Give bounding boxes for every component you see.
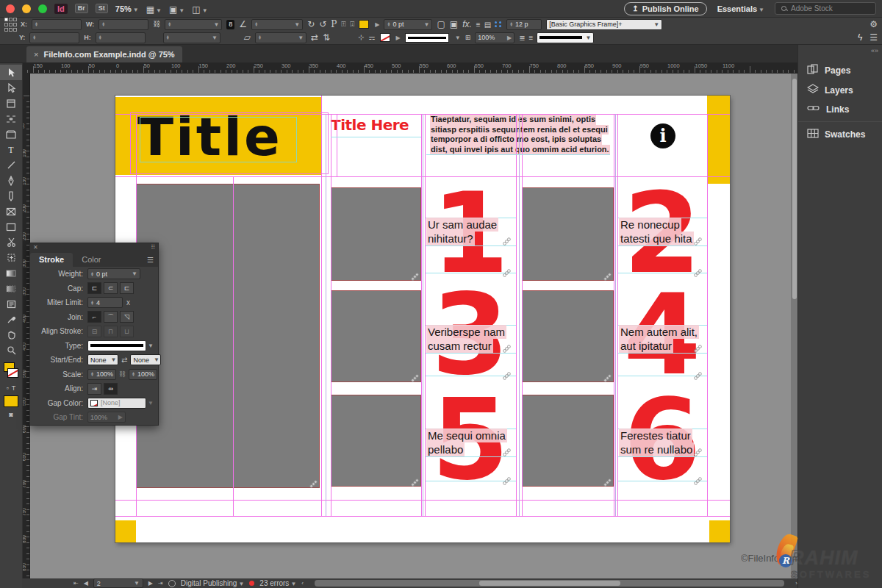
align-arrowhead-beyond-button[interactable]: ⇥	[87, 383, 101, 395]
rotate-ccw-button[interactable]: ↺	[319, 20, 326, 29]
dock-item-layers[interactable]: Layers	[798, 80, 882, 100]
align-left-icon[interactable]: ≡	[476, 21, 480, 29]
free-transform-tool[interactable]	[0, 250, 22, 265]
constrain-dimensions-icon[interactable]: ⛓	[153, 21, 160, 28]
miter-join-button[interactable]: ⌐	[87, 311, 101, 323]
fit-frame-icon[interactable]: ⍗	[350, 21, 354, 28]
numbered-feature-cell[interactable]: 2Re nonecuptatesti que hita	[617, 185, 707, 283]
dock-item-pages[interactable]: Pages	[798, 60, 882, 80]
dock-item-swatches[interactable]: Swatches	[798, 125, 882, 144]
rotate-cw-button[interactable]: ↻	[307, 20, 315, 29]
image-placeholder-frame[interactable]	[522, 290, 614, 382]
previous-page-button[interactable]: ◀	[84, 580, 88, 587]
tab-stroke[interactable]: Stroke	[30, 253, 73, 267]
flip-horizontal-button[interactable]: ⇄	[311, 33, 318, 42]
arrange-documents-dropdown[interactable]: ◫▼	[192, 2, 207, 15]
preflight-errors-dropdown[interactable]: 23 errors▼	[259, 579, 296, 587]
caption-text-frame[interactable]: Re nonecuptatesti que hita	[619, 218, 694, 245]
end-arrowhead-dropdown[interactable]: None▼	[130, 354, 161, 365]
screen-mode-dropdown[interactable]: ▣▼	[169, 2, 184, 15]
caption-text-frame[interactable]: Ur sam audaenihitatur?	[426, 218, 498, 245]
link-badge-icon[interactable]	[694, 267, 702, 280]
start-arrowhead-dropdown[interactable]: None▼	[87, 354, 118, 365]
horizontal-ruler[interactable]: 1501005005010015020025030035040045050055…	[22, 62, 797, 74]
screen-mode-button[interactable]: ◙	[0, 409, 22, 420]
scroll-left-icon[interactable]: ‹	[301, 580, 304, 587]
stroke-color-arrow[interactable]: ▶	[396, 35, 401, 41]
align-stroke-outside-button[interactable]: ⊔	[120, 326, 134, 337]
publish-online-button[interactable]: ↥ Publish Online	[624, 2, 706, 15]
section-title-text[interactable]: Title Here	[331, 118, 409, 132]
gap-color-dropdown[interactable]: [None]	[87, 398, 146, 409]
tab-color[interactable]: Color	[73, 253, 110, 267]
link-badge-icon[interactable]	[694, 370, 702, 383]
content-collector-tool[interactable]	[0, 126, 22, 142]
rectangle-frame-tool[interactable]	[0, 204, 22, 219]
view-options-dropdown[interactable]: ▦▼	[146, 2, 162, 15]
rectangle-tool[interactable]	[0, 219, 22, 234]
panel-menu-icon[interactable]: ☰	[143, 256, 158, 267]
stroke-color-swatch[interactable]	[380, 33, 390, 42]
caption-text-frame[interactable]: Me sequi omniapellabo	[426, 429, 507, 456]
stroke-weight-field[interactable]: ▲▼0 pt▼	[87, 268, 140, 279]
eyedropper-tool[interactable]	[0, 312, 22, 327]
align-bottom-icon[interactable]: ≡	[529, 34, 533, 42]
link-badge-icon[interactable]	[503, 475, 511, 488]
first-page-button[interactable]: ⇤	[74, 580, 79, 587]
bridge-button[interactable]: Br	[75, 4, 88, 13]
shear-angle-field[interactable]: ▲▼▼	[255, 32, 306, 43]
link-badge-icon[interactable]	[309, 478, 318, 491]
justify-icon[interactable]: ▤	[484, 21, 490, 29]
vertical-scrollbar[interactable]	[791, 73, 797, 578]
gradient-tool[interactable]	[0, 265, 22, 281]
yellow-side-strip[interactable]	[707, 96, 730, 184]
selection-tool[interactable]	[0, 65, 22, 80]
miter-limit-field[interactable]: ▲▼4	[87, 297, 123, 308]
stroke-type-preview[interactable]: ▼	[537, 32, 594, 43]
yellow-corner-bottom-left[interactable]	[115, 520, 136, 542]
scale-y-field[interactable]: ▲▼▼	[163, 32, 220, 43]
bevel-join-button[interactable]: ◹	[120, 311, 134, 323]
collapse-panels-icon[interactable]: «»	[871, 47, 878, 54]
link-scale-icon[interactable]: ⛓	[119, 370, 126, 378]
image-placeholder-frame[interactable]	[522, 187, 614, 281]
type-tool[interactable]: T	[0, 142, 22, 157]
image-placeholder-frame[interactable]	[331, 187, 421, 281]
align-stroke-center-button[interactable]: ⊟	[87, 326, 101, 337]
link-badge-icon[interactable]	[411, 270, 419, 284]
apply-color-button[interactable]	[4, 395, 18, 407]
image-placeholder-frame[interactable]	[331, 395, 421, 487]
arrowhead-scale-y-field[interactable]: ▲▼100%	[129, 369, 157, 380]
scissors-tool[interactable]	[0, 234, 22, 250]
corner-options-icon[interactable]: ▢	[437, 20, 445, 29]
numbered-feature-cell[interactable]: 5Me sequi omniapellabo	[425, 392, 516, 491]
image-placeholder-frame[interactable]	[331, 290, 421, 382]
gap-tool[interactable]	[0, 111, 22, 126]
align-stroke-inside-button[interactable]: ⊓	[104, 326, 118, 337]
link-badge-icon[interactable]	[411, 372, 419, 385]
numbered-feature-cell[interactable]: 3Veriberspe namcusam rectur	[425, 287, 516, 386]
stroke-type-dropdown[interactable]	[87, 340, 146, 351]
corner-radius-icon[interactable]: ▣	[450, 20, 458, 29]
page-number-dropdown[interactable]: 2▼	[93, 578, 143, 588]
caption-text-frame[interactable]: Veriberspe namcusam rectur	[426, 325, 506, 353]
round-cap-button[interactable]: ⊂	[104, 282, 118, 294]
constrain-scale-icon[interactable]: 8	[226, 20, 234, 29]
select-container-icon[interactable]: P	[331, 20, 337, 29]
effects-button[interactable]: fx.	[462, 20, 472, 29]
horizontal-scrollbar-thumb[interactable]	[479, 581, 620, 586]
align-arrowhead-at-button[interactable]: ⇸	[104, 383, 118, 395]
adobe-stock-search-input[interactable]: Adobe Stock	[775, 2, 876, 15]
last-page-button[interactable]: ⇥	[158, 580, 163, 587]
auto-size-icon[interactable]	[495, 21, 502, 27]
y-position-field[interactable]: ▲▼	[29, 32, 79, 43]
horizontal-scrollbar[interactable]	[315, 580, 784, 587]
round-join-button[interactable]: ⌒	[104, 311, 118, 323]
opacity-field[interactable]: 100%▶	[475, 32, 514, 43]
macos-zoom-button[interactable]	[38, 4, 47, 13]
pencil-tool[interactable]	[0, 188, 22, 204]
link-badge-icon[interactable]	[694, 235, 702, 248]
dock-item-links[interactable]: Links	[798, 100, 882, 118]
link-badge-icon[interactable]	[603, 270, 612, 284]
projecting-cap-button[interactable]: ⊏	[120, 282, 134, 294]
